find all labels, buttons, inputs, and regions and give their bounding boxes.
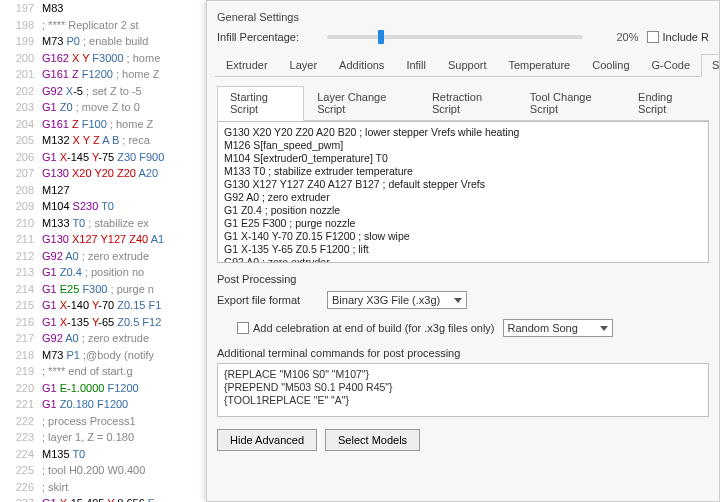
song-select[interactable]: Random Song: [503, 319, 613, 337]
tab-additions[interactable]: Additions: [328, 54, 395, 77]
subtab-starting-script[interactable]: Starting Script: [217, 86, 304, 121]
chevron-down-icon: [600, 326, 608, 331]
starting-script-textarea[interactable]: G130 X20 Y20 Z20 A20 B20 ; lower stepper…: [217, 121, 709, 263]
subtab-layer-change-script[interactable]: Layer Change Script: [304, 86, 419, 121]
subtab-ending-script[interactable]: Ending Script: [625, 86, 709, 121]
select-models-button[interactable]: Select Models: [325, 429, 420, 451]
gcode-editor[interactable]: 197M83198; **** Replicator 2 st199M73 P0…: [0, 0, 225, 502]
infill-percent: 20%: [591, 31, 639, 43]
settings-panel: General Settings Infill Percentage: 20% …: [206, 0, 720, 502]
addl-commands-textarea[interactable]: {REPLACE "M106 S0" "M107"}{PREPEND "M503…: [217, 363, 709, 417]
general-settings-title: General Settings: [217, 11, 709, 23]
infill-slider[interactable]: [327, 35, 583, 39]
tab-support[interactable]: Support: [437, 54, 498, 77]
subtab-retraction-script[interactable]: Retraction Script: [419, 86, 517, 121]
tab-extruder[interactable]: Extruder: [215, 54, 279, 77]
tab-cooling[interactable]: Cooling: [581, 54, 640, 77]
celebration-checkbox[interactable]: Add celebration at end of build (for .x3…: [237, 322, 495, 334]
tab-g-code[interactable]: G-Code: [641, 54, 702, 77]
tab-layer[interactable]: Layer: [279, 54, 329, 77]
infill-label: Infill Percentage:: [217, 31, 319, 43]
main-tabs: ExtruderLayerAdditionsInfillSupportTempe…: [215, 53, 711, 77]
post-processing-title: Post Processing: [217, 273, 709, 285]
export-format-label: Export file format: [217, 294, 319, 306]
subtab-tool-change-script[interactable]: Tool Change Script: [517, 86, 625, 121]
chevron-down-icon: [454, 298, 462, 303]
tab-scripts[interactable]: Scripts: [701, 54, 720, 77]
addl-commands-label: Additional terminal commands for post pr…: [217, 347, 709, 359]
hide-advanced-button[interactable]: Hide Advanced: [217, 429, 317, 451]
tab-temperature[interactable]: Temperature: [497, 54, 581, 77]
export-format-select[interactable]: Binary X3G File (.x3g): [327, 291, 467, 309]
script-tabs: Starting ScriptLayer Change ScriptRetrac…: [217, 85, 709, 121]
include-checkbox[interactable]: Include R: [647, 31, 709, 43]
tab-infill[interactable]: Infill: [395, 54, 437, 77]
